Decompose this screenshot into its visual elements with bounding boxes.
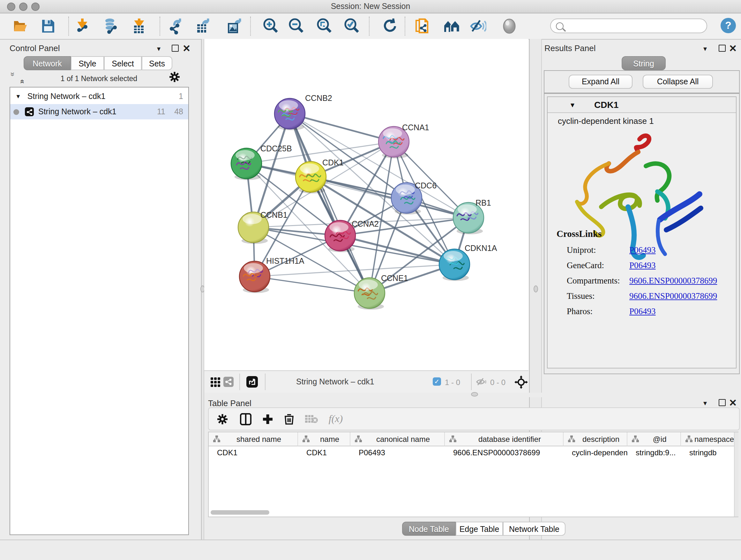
tab-sets[interactable]: Sets xyxy=(142,56,172,70)
network-canvas[interactable]: CCNB2CCNA1CDC25BCDK1CDC6RB1CCNB1CCNA2CDK… xyxy=(204,39,529,370)
tab-style[interactable]: Style xyxy=(71,56,104,70)
crosslink-row: GeneCard:P06493 xyxy=(567,258,717,273)
network-node-ccnb1[interactable]: CCNB1 xyxy=(238,210,287,244)
right-splitter-handle[interactable] xyxy=(534,286,538,293)
control-panel-float-icon[interactable] xyxy=(172,45,179,52)
tab-network[interactable]: Network xyxy=(23,56,71,70)
network-node-rb1[interactable]: RB1 xyxy=(453,198,491,234)
table-panel-menu-icon[interactable]: ▾ xyxy=(703,399,707,408)
table-cell[interactable]: stringdb xyxy=(681,446,737,459)
tab-select[interactable]: Select xyxy=(104,56,142,70)
entry-description: cyclin-dependent kinase 1 xyxy=(558,116,654,126)
control-panel-close-icon[interactable]: ✕ xyxy=(183,45,191,52)
network-node-ccna2[interactable]: CCNA2 xyxy=(325,219,379,252)
show-columns-icon[interactable] xyxy=(238,411,254,427)
table-cell[interactable]: CDK1 xyxy=(298,446,350,459)
crosslink-value-link[interactable]: P06493 xyxy=(629,307,656,316)
tab-string[interactable]: String xyxy=(622,56,666,70)
column-header-database-identifier[interactable]: database identifier xyxy=(445,432,563,446)
table-horizontal-scrollbar[interactable] xyxy=(211,510,269,515)
open-file-icon[interactable] xyxy=(12,18,29,35)
export-table-icon[interactable] xyxy=(195,18,212,35)
cdk1-entry-header[interactable]: ▼ CDK1 xyxy=(548,97,736,113)
column-header-canonical-name[interactable]: canonical name xyxy=(350,432,445,446)
delete-column-icon[interactable] xyxy=(281,411,297,427)
import-table-icon[interactable] xyxy=(131,18,147,35)
table-cell[interactable]: cyclin-dependent ... xyxy=(563,446,627,459)
column-header-namespace[interactable]: namespace xyxy=(681,432,737,446)
crosslink-value-link[interactable]: 9606.ENSP00000378699 xyxy=(629,276,717,286)
network-node-cdkn1a[interactable]: CDKN1A xyxy=(439,244,497,281)
table-panel-close-icon[interactable]: ✕ xyxy=(729,400,737,406)
help-icon[interactable]: ? xyxy=(721,18,736,33)
share-document-icon[interactable] xyxy=(414,18,431,35)
selected-checkbox-icon[interactable]: ✓ xyxy=(433,377,441,386)
delete-table-icon[interactable] xyxy=(303,411,320,427)
add-column-icon[interactable] xyxy=(259,411,276,427)
crosslink-value-link[interactable]: P06493 xyxy=(629,245,656,255)
detach-view-icon[interactable] xyxy=(246,376,258,388)
zoom-out-icon[interactable] xyxy=(288,18,305,35)
column-header-name[interactable]: name xyxy=(298,432,350,446)
network-edge[interactable] xyxy=(311,177,468,218)
zoom-fit-icon[interactable] xyxy=(316,18,333,35)
home-icon[interactable] xyxy=(444,18,460,35)
entry-expander-icon[interactable]: ▼ xyxy=(569,102,576,109)
column-header--id[interactable]: @id xyxy=(627,432,681,446)
zoom-selected-icon[interactable] xyxy=(343,18,360,35)
save-session-icon[interactable] xyxy=(40,18,56,35)
tree-expander-icon[interactable]: ▼ xyxy=(15,93,21,100)
network-row-selected[interactable]: String Network – cdk1 11 48 xyxy=(10,104,188,119)
export-image-icon[interactable] xyxy=(226,18,243,35)
network-view-icon[interactable] xyxy=(223,377,233,387)
network-node-cdc6[interactable]: CDC6 xyxy=(391,181,436,214)
network-node-ccnb2[interactable]: CCNB2 xyxy=(274,94,332,130)
results-panel-close-icon[interactable]: ✕ xyxy=(729,45,737,52)
column-header-shared-name[interactable]: shared name xyxy=(209,432,298,446)
table-vertical-scrollbar[interactable] xyxy=(734,432,738,516)
birds-eye-crosshair-icon[interactable] xyxy=(515,375,528,391)
refresh-icon[interactable] xyxy=(382,18,399,35)
results-scroll-area: ▼ CDK1 cyclin-dependent kinase 1 xyxy=(544,93,740,374)
network-node-ccna1[interactable]: CCNA1 xyxy=(379,123,429,159)
network-node-cdk1[interactable]: CDK1 xyxy=(295,158,344,193)
results-panel-menu-icon[interactable]: ▾ xyxy=(703,45,707,53)
crosslink-value-link[interactable]: P06493 xyxy=(629,260,656,270)
hide-unhide-icon[interactable] xyxy=(470,18,486,35)
expand-all-icon[interactable]: » xyxy=(17,72,27,84)
function-builder-icon[interactable]: f(x) xyxy=(325,411,347,427)
left-splitter[interactable] xyxy=(201,39,204,540)
network-collection-row[interactable]: ▼ String Network – cdk1 1 xyxy=(10,89,188,104)
tab-network-table[interactable]: Network Table xyxy=(503,522,565,536)
toggle-view-icon[interactable] xyxy=(501,18,518,35)
crosslink-value-link[interactable]: 9606.ENSP00000378699 xyxy=(629,291,717,301)
collapse-all-icon[interactable]: » xyxy=(7,72,17,84)
search-input[interactable] xyxy=(550,18,707,33)
results-panel-float-icon[interactable] xyxy=(719,45,726,52)
network-node-hist1h1a[interactable]: HIST1H1A xyxy=(239,256,305,293)
control-panel-menu-icon[interactable]: ▾ xyxy=(157,45,160,53)
table-cell[interactable]: CDK1 xyxy=(209,446,298,459)
column-header-description[interactable]: description xyxy=(563,432,627,446)
export-network-icon[interactable] xyxy=(169,18,186,35)
import-network-icon[interactable] xyxy=(75,18,91,35)
network-edge[interactable] xyxy=(290,114,369,293)
network-options-gear-icon[interactable] xyxy=(169,71,180,85)
zoom-in-icon[interactable] xyxy=(262,18,279,35)
tab-edge-table[interactable]: Edge Table xyxy=(456,522,503,536)
table-settings-gear-icon[interactable] xyxy=(214,411,230,427)
table-cell[interactable]: 9606.ENSP00000378699 xyxy=(445,446,563,459)
table-panel-float-icon[interactable] xyxy=(719,399,726,406)
grid-view-icon[interactable] xyxy=(211,377,220,389)
collapse-all-button[interactable]: Collapse All xyxy=(643,75,713,89)
table-cell[interactable]: stringdb:9... xyxy=(627,446,681,459)
horizontal-splitter[interactable] xyxy=(204,393,741,397)
node-table[interactable]: shared nameCDK1nameCDK1canonical nameP06… xyxy=(208,432,738,517)
crosslink-row: Compartments:9606.ENSP00000378699 xyxy=(567,273,717,289)
horizontal-splitter-handle[interactable] xyxy=(471,392,478,396)
network-edge[interactable] xyxy=(255,276,369,293)
expand-all-button[interactable]: Expand All xyxy=(569,75,632,89)
tab-node-table[interactable]: Node Table xyxy=(402,522,456,536)
table-cell[interactable]: P06493 xyxy=(350,446,445,459)
import-database-icon[interactable] xyxy=(103,18,119,35)
